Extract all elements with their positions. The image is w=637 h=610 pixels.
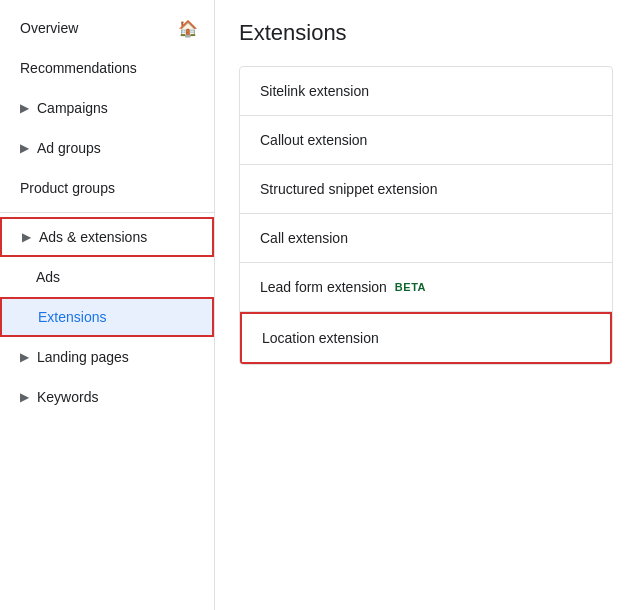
sidebar-item-product-groups[interactable]: Product groups	[0, 168, 214, 208]
sidebar-item-label: Extensions	[38, 309, 106, 325]
page-title: Extensions	[239, 20, 613, 46]
extension-label: Sitelink extension	[260, 83, 369, 99]
extension-label: Callout extension	[260, 132, 367, 148]
sidebar-item-label: Recommendations	[20, 60, 137, 76]
sidebar-item-label: Overview	[20, 20, 78, 36]
sidebar-item-extensions[interactable]: Extensions	[0, 297, 214, 337]
home-icon: 🏠	[178, 19, 198, 38]
extension-item-callout[interactable]: Callout extension	[240, 116, 612, 165]
chevron-icon: ▶	[20, 350, 29, 364]
sidebar-item-recommendations[interactable]: Recommendations	[0, 48, 214, 88]
extension-item-sitelink[interactable]: Sitelink extension	[240, 67, 612, 116]
chevron-icon: ▶	[22, 230, 31, 244]
sidebar-item-ads-extensions[interactable]: ▶Ads & extensions	[0, 217, 214, 257]
chevron-icon: ▶	[20, 101, 29, 115]
extension-item-location[interactable]: Location extension	[240, 312, 612, 364]
sidebar-item-label: Campaigns	[37, 100, 108, 116]
chevron-icon: ▶	[20, 141, 29, 155]
extension-label: Call extension	[260, 230, 348, 246]
extension-item-call[interactable]: Call extension	[240, 214, 612, 263]
extension-label: Structured snippet extension	[260, 181, 437, 197]
sidebar-item-ads[interactable]: Ads	[0, 257, 214, 297]
sidebar-item-landing-pages[interactable]: ▶Landing pages	[0, 337, 214, 377]
sidebar-item-label: Landing pages	[37, 349, 129, 365]
sidebar-item-label: Ad groups	[37, 140, 101, 156]
main-content: Extensions Sitelink extensionCallout ext…	[215, 0, 637, 610]
sidebar-item-label: Keywords	[37, 389, 98, 405]
extension-item-structured-snippet[interactable]: Structured snippet extension	[240, 165, 612, 214]
sidebar-item-label: Ads	[36, 269, 60, 285]
extensions-card: Sitelink extensionCallout extensionStruc…	[239, 66, 613, 365]
sidebar-item-overview[interactable]: Overview🏠	[0, 8, 214, 48]
sidebar-item-label: Ads & extensions	[39, 229, 147, 245]
extension-label: Lead form extension	[260, 279, 387, 295]
extension-item-lead-form[interactable]: Lead form extensionBETA	[240, 263, 612, 312]
sidebar-item-keywords[interactable]: ▶Keywords	[0, 377, 214, 417]
sidebar: Overview🏠Recommendations▶Campaigns▶Ad gr…	[0, 0, 215, 610]
chevron-icon: ▶	[20, 390, 29, 404]
sidebar-item-ad-groups[interactable]: ▶Ad groups	[0, 128, 214, 168]
sidebar-divider	[0, 212, 214, 213]
sidebar-item-label: Product groups	[20, 180, 115, 196]
beta-badge: BETA	[395, 281, 426, 293]
sidebar-item-campaigns[interactable]: ▶Campaigns	[0, 88, 214, 128]
extension-label: Location extension	[262, 330, 379, 346]
